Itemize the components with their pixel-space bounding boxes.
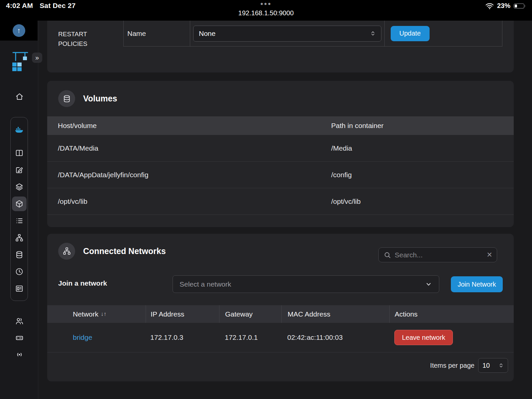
chevron-down-icon	[425, 281, 432, 288]
network-search-input[interactable]	[395, 251, 483, 259]
list-icon	[15, 216, 24, 225]
network-search[interactable]: ×	[378, 247, 497, 262]
search-clear-icon[interactable]: ×	[487, 250, 492, 259]
volume-row: /opt/vc/lib /opt/vc/lib	[47, 188, 514, 215]
network-select-placeholder: Select a network	[180, 280, 231, 288]
volume-host: /DATA/Media	[47, 144, 326, 152]
network-icon	[15, 233, 24, 242]
volumes-title: Volumes	[83, 94, 117, 103]
broadcast-icon	[15, 350, 24, 359]
items-per-page-value: 10	[482, 362, 490, 369]
volume-row: /DATA/Media /Media	[47, 135, 514, 162]
network-ip: 172.17.0.3	[146, 333, 219, 341]
scroll-top-button[interactable]: ↑	[0, 21, 38, 41]
sort-icon[interactable]: ↓↑	[101, 311, 106, 318]
sidebar-item-app-templates[interactable]	[12, 163, 27, 177]
drive-icon	[15, 333, 24, 342]
col-host-volume: Host/volume	[47, 122, 326, 130]
update-button[interactable]: Update	[391, 26, 430, 41]
dashboard-icon	[15, 149, 24, 157]
sidebar-item-networks[interactable]	[12, 230, 27, 245]
sidebar-item-notifications[interactable]	[14, 349, 25, 360]
status-bar: 4:02 AM Sat Dec 27 ••• 192.168.1.50:9000…	[0, 0, 532, 21]
restart-policy-selected-value: None	[199, 30, 215, 38]
volume-host: /DATA/AppData/jellyfin/config	[47, 171, 326, 179]
address-bar-url[interactable]: 192.168.1.50:9000	[0, 9, 532, 17]
host-icon	[15, 284, 24, 293]
volume-row: /DATA/AppData/jellyfin/config /config	[47, 162, 514, 188]
sidebar: ↑ »	[0, 21, 38, 399]
restart-policies-label: RESTART POLICIES	[58, 29, 101, 49]
volumes-panel: Volumes Host/volume Path in container /D…	[47, 81, 514, 227]
wifi-icon	[485, 2, 494, 9]
database-icon	[15, 250, 24, 259]
sidebar-item-images[interactable]	[12, 213, 27, 228]
users-icon	[15, 317, 24, 326]
network-select[interactable]: Select a network	[173, 275, 439, 293]
sidebar-item-containers[interactable]	[12, 197, 27, 211]
restart-policy-name-label: Name	[123, 21, 190, 47]
network-name-link[interactable]: bridge	[73, 333, 92, 341]
connected-networks-panel: Connected Networks × Join a network Sele…	[47, 234, 514, 381]
items-per-page-select[interactable]: 10	[478, 358, 508, 373]
networks-table-header: Network ↓↑ IP Address Gateway MAC Addres…	[47, 305, 514, 323]
chevron-up-down-icon	[498, 362, 504, 368]
edit-icon	[15, 166, 24, 174]
sidebar-item-stacks[interactable]	[12, 180, 27, 194]
main-content: RESTART POLICIES Name None Update	[39, 21, 532, 399]
volume-path: /config	[326, 171, 514, 179]
volumes-section-icon	[58, 90, 75, 107]
connected-networks-title: Connected Networks	[83, 246, 166, 256]
leave-network-button[interactable]: Leave network	[394, 330, 453, 345]
docker-whale-icon	[15, 125, 24, 134]
restart-policies-panel: RESTART POLICIES Name None Update	[47, 21, 514, 72]
col-network-label: Network	[73, 310, 98, 318]
portainer-logo-icon	[11, 50, 29, 73]
sidebar-item-environments[interactable]	[14, 332, 25, 343]
volumes-table-header: Host/volume Path in container	[47, 116, 514, 135]
sidebar-item-host[interactable]	[12, 281, 27, 296]
sidebar-item-volumes[interactable]	[12, 247, 27, 262]
sidebar-expand-button[interactable]: »	[32, 53, 42, 63]
join-network-label: Join a network	[58, 279, 107, 287]
sidebar-item-events[interactable]	[12, 264, 27, 279]
up-arrow-icon: ↑	[13, 24, 25, 37]
networks-section-icon	[58, 243, 75, 260]
sidebar-nav-group	[10, 117, 28, 301]
items-per-page-label: Items per page	[430, 362, 474, 369]
cube-icon	[15, 200, 24, 208]
home-icon	[15, 92, 24, 101]
layers-icon	[15, 183, 24, 191]
networks-table: Network ↓↑ IP Address Gateway MAC Addres…	[47, 305, 514, 352]
join-network-button[interactable]: Join Network	[451, 276, 503, 292]
portainer-logo[interactable]	[11, 50, 29, 74]
chevron-up-down-icon	[370, 30, 376, 37]
sidebar-item-dashboard[interactable]	[12, 146, 27, 160]
battery-icon	[513, 3, 527, 9]
battery-percent: 23%	[497, 2, 510, 10]
volume-path: /Media	[326, 144, 514, 152]
database-icon	[63, 94, 71, 103]
volume-path: /opt/vc/lib	[326, 198, 514, 205]
network-gateway: 172.17.0.1	[219, 333, 281, 341]
col-mac-address: MAC Address	[281, 305, 389, 323]
network-icon	[63, 247, 71, 255]
col-actions: Actions	[389, 305, 514, 323]
col-network[interactable]: Network ↓↑	[69, 310, 146, 318]
network-mac: 02:42:ac:11:00:03	[281, 333, 389, 341]
clock-icon	[15, 267, 24, 276]
sidebar-item-home[interactable]	[14, 91, 25, 102]
col-gateway: Gateway	[219, 305, 281, 323]
search-icon	[383, 251, 391, 259]
volume-host: /opt/vc/lib	[47, 198, 326, 205]
col-path-in-container: Path in container	[326, 122, 514, 130]
multitask-dots: •••	[0, 0, 532, 8]
sidebar-item-environment[interactable]	[12, 122, 27, 137]
sidebar-item-users[interactable]	[14, 316, 25, 326]
restart-policy-select[interactable]: None	[193, 26, 381, 42]
network-row: bridge 172.17.0.3 172.17.0.1 02:42:ac:11…	[47, 323, 514, 352]
col-ip-address: IP Address	[146, 305, 219, 323]
screen: 4:02 AM Sat Dec 27 ••• 192.168.1.50:9000…	[0, 0, 532, 399]
